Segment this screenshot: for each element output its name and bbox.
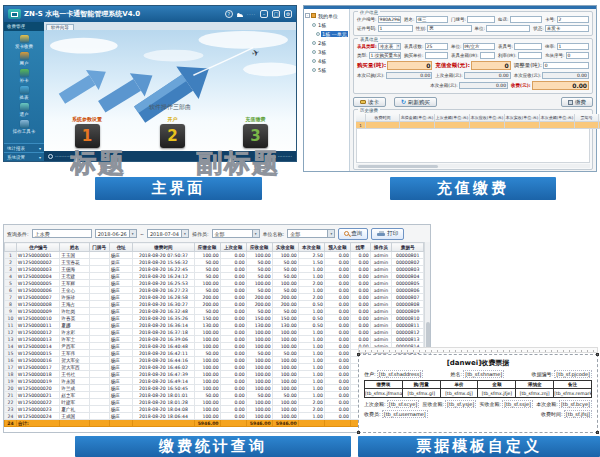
selection-handle[interactable]	[357, 353, 360, 356]
query-input[interactable]: 上水费	[32, 229, 92, 238]
column-header[interactable]: 本次金额	[298, 243, 324, 252]
field-input[interactable]: 0	[471, 61, 511, 70]
history-header-cell[interactable]: 本次余额(单位:元)	[540, 114, 575, 122]
template-column-header[interactable]: 滞纳金	[516, 381, 554, 389]
field-input[interactable]: 25	[425, 43, 448, 50]
sidebar-item[interactable]: 用户	[4, 50, 44, 67]
template-column-header[interactable]: 备注	[554, 381, 592, 389]
pay-button[interactable]: 缴费	[561, 97, 593, 107]
template-table[interactable]: 缴费项购/用量单价金额滞纳金备注[tb_sfmx.jfmxname][tb_sf…	[364, 380, 592, 398]
template-field-pair[interactable]: 应收金额:[tb_sf.ysje]	[422, 400, 476, 408]
template-field-token[interactable]: [tb_sfmx.dj]	[440, 389, 478, 398]
table-row[interactable]: 10W1250000010许春英杨庄2018-08-20 16:35:26150…	[5, 315, 424, 322]
history-header-cell[interactable]: 本次应收(单位:元)	[470, 114, 505, 122]
table-row[interactable]: 7W1250000007许振珍杨庄2018-08-20 16:28:58200.…	[5, 294, 424, 301]
field-input[interactable]: 0	[543, 62, 589, 69]
column-header[interactable]: 操作员	[370, 243, 392, 252]
sidebar-item[interactable]: 退户	[4, 101, 44, 118]
template-field-token[interactable]: [tb_sfmx.znj]	[516, 389, 554, 398]
table-row[interactable]: 5W1250000005王军辉杨庄2018-08-20 16:25:53100.…	[5, 280, 424, 287]
date-from-picker[interactable]: 2018-06-26▾	[95, 229, 137, 238]
field-input[interactable]	[480, 52, 495, 59]
field-input[interactable]: 0.00	[459, 82, 508, 89]
column-header[interactable]: 预入金额	[324, 243, 350, 252]
field-input[interactable]: 0.00	[532, 81, 590, 90]
template-field-token[interactable]: [tb_sf.shname]	[463, 370, 504, 378]
table-row[interactable]: 12W1250000012许水彩杨庄2018-08-20 16:37:18100…	[5, 329, 424, 336]
column-header[interactable]: 上次金额	[220, 243, 246, 252]
table-row[interactable]: 9W1250000009许红岗杨庄2018-08-20 16:32:4850.0…	[5, 308, 424, 315]
selection-handle[interactable]	[596, 353, 599, 356]
field-input[interactable]: 冷水表	[378, 43, 401, 50]
history-header-cell[interactable]: 上次余额(单位:元)	[435, 114, 470, 122]
search-button[interactable]: 查询	[338, 228, 368, 240]
history-header-cell[interactable]: 票据号	[575, 114, 599, 122]
template-field-pair[interactable]: 实收金额:[tb_sf.ssje]	[479, 400, 533, 408]
minimize-icon[interactable]: –	[260, 10, 268, 18]
tree-root[interactable]: -我的单位	[305, 11, 348, 20]
receipt-template-canvas[interactable]: [danwei]收费票据 住户:[tb_sf.shaddress]姓名:[tb_…	[358, 354, 598, 433]
template-field-pair[interactable]: 收费时间:[tb_sf.jfsj]	[541, 410, 592, 418]
tree-item[interactable]: 1栋 一单元	[305, 29, 348, 38]
calendar-icon[interactable]: ▾	[181, 230, 188, 237]
history-header-cell[interactable]: 收费时间	[366, 114, 400, 122]
history-header-cell[interactable]	[356, 114, 366, 122]
help-icon[interactable]: ?	[225, 10, 233, 18]
template-field-token[interactable]: [tb_sfmx.jfmxname]	[365, 389, 403, 398]
field-input[interactable]: 0.00	[464, 72, 511, 79]
unit-select[interactable]: 全部▾	[287, 229, 335, 238]
column-header[interactable]: 住址	[109, 243, 133, 252]
template-column-header[interactable]: 单价	[440, 381, 478, 389]
template-title[interactable]: [danwei]收费票据	[364, 358, 592, 368]
field-input[interactable]: 未发卡	[545, 25, 589, 32]
column-header[interactable]: 应收金额	[246, 243, 272, 252]
template-field-pair[interactable]: 收费员:[tb_sf.username]	[364, 410, 428, 418]
template-field-token[interactable]: [tb_sf.username]	[382, 410, 428, 418]
tree-item[interactable]: 4栋	[305, 56, 348, 65]
history-header-cell[interactable]: 充值金额(单位:元)	[400, 114, 435, 122]
template-field-token[interactable]: [tb_sf.pjcode]	[554, 370, 592, 378]
column-header[interactable]: 票据号	[392, 243, 424, 252]
history-row-selected[interactable]: 1	[356, 122, 590, 129]
template-field-token[interactable]: [tb_sf.scye]	[387, 400, 420, 408]
template-field-pair[interactable]: 收据编号:[tb_sf.pjcode]	[532, 370, 592, 378]
sidebar-item[interactable]: 换表	[4, 84, 44, 101]
template-field-token[interactable]: [tb_sfmx.jfje]	[478, 389, 516, 398]
column-header[interactable]: 应缴金额	[194, 243, 220, 252]
template-column-header[interactable]: 缴费项	[365, 381, 403, 389]
sidebar-panel[interactable]: 统计报表	[4, 143, 44, 152]
table-row[interactable]: 1W1250000001王玉国杨庄2018-08-20 07:50:37100.…	[5, 252, 424, 259]
field-input[interactable]: 980A2960	[378, 16, 401, 23]
template-field-token[interactable]: [tb_sfmx.gl]	[402, 389, 440, 398]
step-number-box[interactable]: 3	[243, 124, 268, 148]
sidebar-item[interactable]: 补卡	[4, 67, 44, 84]
tree-item[interactable]: 2栋	[305, 38, 348, 47]
field-input[interactable]: 0	[387, 61, 432, 70]
history-header-cell[interactable]: 本次实收(单位:元)	[505, 114, 540, 122]
template-field-token[interactable]: [tb_sf.shaddress]	[377, 370, 424, 378]
column-header[interactable]: 姓名	[60, 243, 90, 252]
operator-select[interactable]: 全部▾	[212, 229, 260, 238]
table-row[interactable]: 6W1250000006王全心杨庄2018-08-20 16:27:2350.0…	[5, 287, 424, 294]
column-header[interactable]: 门牌号	[89, 243, 109, 252]
field-input[interactable]	[514, 43, 542, 50]
template-field-token[interactable]: [tb_sf.ysje]	[445, 400, 476, 408]
template-column-header[interactable]: 购/用量	[402, 381, 440, 389]
calendar-icon[interactable]: ▾	[129, 230, 136, 237]
table-row[interactable]: 11W1250000011夏娜杨庄2018-08-20 16:36:14130.…	[5, 322, 424, 329]
selection-handle[interactable]	[596, 431, 599, 434]
field-input[interactable]: 1	[378, 25, 413, 32]
sidebar-panel[interactable]: 系统设置	[4, 152, 44, 161]
refresh-purchase-button[interactable]: ↻刷新购买	[394, 97, 437, 107]
field-input[interactable]: 吨/立方	[463, 43, 495, 50]
template-field-token[interactable]: [tb_sfmx.remark]	[554, 389, 592, 398]
restore-icon[interactable]: □	[272, 10, 280, 18]
field-input[interactable]: 1:按购买量充值	[369, 52, 401, 59]
field-input[interactable]: 1	[557, 43, 589, 50]
tree-item[interactable]: 1栋	[305, 20, 348, 29]
template-field-pair[interactable]: 姓名:[tb_sf.shname]	[451, 370, 505, 378]
user-icon[interactable]	[237, 11, 243, 17]
field-input[interactable]: 0	[566, 52, 589, 59]
tree-item[interactable]: 3栋	[305, 47, 348, 56]
field-input[interactable]: 张三	[416, 16, 448, 23]
